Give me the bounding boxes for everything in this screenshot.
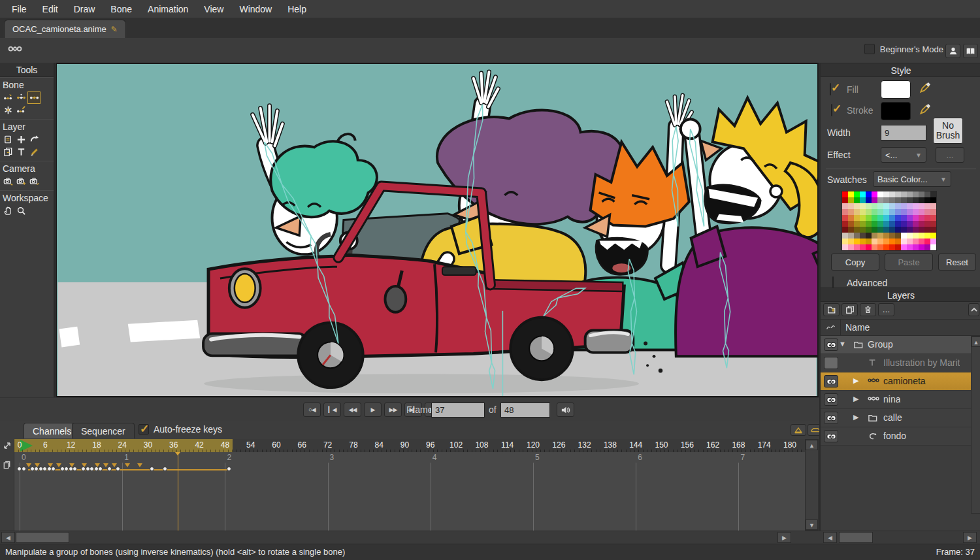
swatch-cell-r3c4[interactable] [866,209,872,215]
swatch-cell-r2c3[interactable] [860,203,866,209]
scroll-up-arrow[interactable]: ▲ [806,440,818,450]
swatch-cell-r3c9[interactable] [895,209,901,215]
swatch-cell-r0c0[interactable] [842,191,848,197]
swatch-cell-r1c9[interactable] [895,197,901,203]
swatches-dropdown[interactable]: Basic Color...▼ [873,171,951,187]
swatch-cell-r8c9[interactable] [895,239,901,244]
step-forward-button[interactable]: ▶▶ [384,403,402,417]
swatch-cell-r1c0[interactable] [842,197,848,203]
swatch-cell-r7c0[interactable] [842,233,848,239]
scroll-up-arrow[interactable]: ▲ [972,337,980,347]
stroke-eyedropper-icon[interactable] [919,103,932,116]
user-account-button[interactable] [945,44,960,58]
keyframe-dot[interactable] [22,467,26,471]
swatch-cell-r0c13[interactable] [919,191,924,197]
swatch-cell-r6c12[interactable] [913,227,919,233]
color-swatch-palette[interactable] [841,191,937,251]
swatch-cell-r6c4[interactable] [866,227,872,233]
swatch-cell-r5c10[interactable] [901,221,907,227]
canvas-viewport[interactable] [56,63,819,397]
swatch-cell-r5c4[interactable] [866,221,872,227]
swatch-cell-r4c9[interactable] [895,215,901,221]
swatch-cell-r7c15[interactable] [930,233,936,239]
swatch-cell-r8c1[interactable] [848,239,854,244]
effect-dropdown[interactable]: <...▼ [881,147,926,163]
swatch-cell-r4c1[interactable] [848,215,854,221]
swatch-cell-r2c8[interactable] [889,203,895,209]
swatch-cell-r4c10[interactable] [901,215,907,221]
swatch-cell-r9c0[interactable] [842,244,848,250]
swatch-cell-r4c6[interactable] [877,215,883,221]
tool-offset-bone[interactable] [14,104,27,116]
swatch-cell-r1c11[interactable] [907,197,913,203]
swatch-cell-r9c15[interactable] [930,244,936,250]
current-frame-input[interactable] [431,403,485,418]
swatch-cell-r7c10[interactable] [901,233,907,239]
swatch-cell-r6c6[interactable] [877,227,883,233]
tool-translate-bone[interactable] [14,91,27,104]
swatch-cell-r2c15[interactable] [930,203,936,209]
layer-visibility-eyes-icon[interactable] [824,338,838,351]
swatch-cell-r7c9[interactable] [895,233,901,239]
swatch-cell-r3c14[interactable] [924,209,930,215]
jump-start-button[interactable]: ○◀ [303,403,321,417]
fill-checkbox[interactable] [830,83,831,95]
auto-freeze-checkbox[interactable] [139,424,149,435]
swatch-cell-r3c6[interactable] [877,209,883,215]
swatch-cell-r8c7[interactable] [883,239,889,244]
layer-visibility-eyes-icon[interactable] [824,375,838,387]
swatch-cell-r0c5[interactable] [872,191,877,197]
tool-roll-camera[interactable] [27,175,41,188]
swatch-cell-r0c12[interactable] [913,191,919,197]
swatch-cell-r6c9[interactable] [895,227,901,233]
swatch-cell-r2c9[interactable] [895,203,901,209]
current-frame-line[interactable] [178,452,178,531]
swatch-cell-r9c12[interactable] [913,244,919,250]
swatch-cell-r7c1[interactable] [848,233,854,239]
swatch-cell-r9c8[interactable] [889,244,895,250]
swatch-cell-r9c1[interactable] [848,244,854,250]
swatch-cell-r3c2[interactable] [854,209,860,215]
swatch-cell-r8c13[interactable] [919,239,924,244]
swatch-cell-r8c0[interactable] [842,239,848,244]
swatch-cell-r6c0[interactable] [842,227,848,233]
scroll-right-arrow[interactable]: ▶ [963,532,977,543]
swatch-cell-r0c15[interactable] [930,191,936,197]
swatch-cell-r5c7[interactable] [883,221,889,227]
swatch-cell-r4c12[interactable] [913,215,919,221]
swatch-cell-r3c0[interactable] [842,209,848,215]
swatch-cell-r7c3[interactable] [860,233,866,239]
swatch-cell-r7c11[interactable] [907,233,913,239]
swatch-cell-r6c15[interactable] [930,227,936,233]
swatch-cell-r2c10[interactable] [901,203,907,209]
tool-duplicate-layer[interactable] [1,146,14,158]
swatch-cell-r5c14[interactable] [924,221,930,227]
keyframe-dot[interactable] [64,467,69,471]
tool-select-bone[interactable] [1,91,14,104]
swatch-cell-r8c6[interactable] [877,239,883,244]
swatch-cell-r9c14[interactable] [924,244,930,250]
collapse-arrow-icon[interactable]: ▶ [853,395,858,403]
swatch-cell-r7c8[interactable] [889,233,895,239]
swatch-cell-r6c11[interactable] [907,227,913,233]
swatch-cell-r1c2[interactable] [854,197,860,203]
swatch-cell-r5c15[interactable] [930,221,936,227]
tool-zoom-workspace[interactable] [14,205,27,217]
swatch-cell-r6c13[interactable] [919,227,924,233]
swatch-cell-r1c12[interactable] [913,197,919,203]
swatch-cell-r0c7[interactable] [883,191,889,197]
layer-row-nina[interactable]: ▶nina [821,391,971,409]
new-layer-button[interactable] [823,303,840,316]
stroke-checkbox[interactable] [831,104,832,116]
swatch-cell-r0c2[interactable] [854,191,860,197]
swatch-cell-r1c15[interactable] [930,197,936,203]
swatch-cell-r1c5[interactable] [872,197,877,203]
collapse-arrow-icon[interactable]: ▶ [853,413,858,421]
swatch-cell-r6c7[interactable] [883,227,889,233]
menu-edit[interactable]: Edit [35,0,66,18]
swatch-cell-r5c1[interactable] [848,221,854,227]
swatch-cell-r2c13[interactable] [919,203,924,209]
expand-timeline-icon[interactable] [2,440,12,451]
swatch-cell-r3c12[interactable] [913,209,919,215]
no-brush-button[interactable]: No Brush [933,118,963,144]
